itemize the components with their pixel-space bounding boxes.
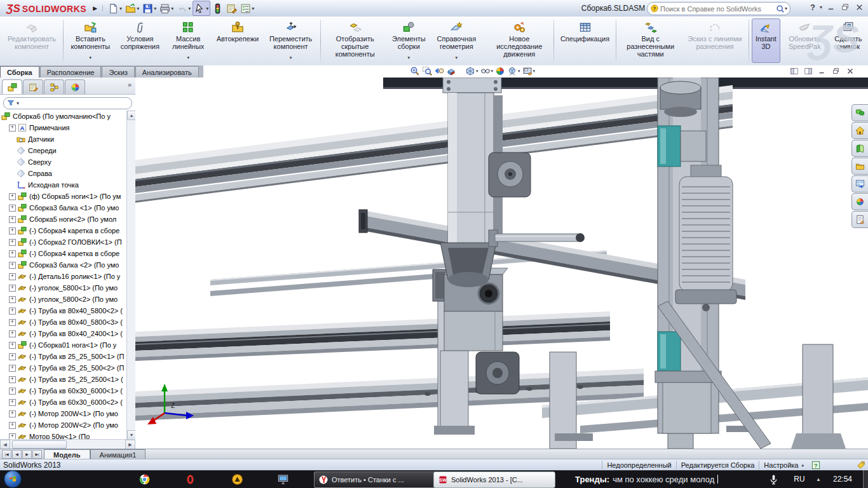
search-dropdown-icon[interactable]: ▾ [785, 6, 787, 11]
zoom-area-button[interactable] [422, 66, 432, 76]
show-hidden-components-button[interactable]: Отобразить скрытые компоненты [323, 18, 387, 63]
tree-item[interactable]: +(-) уголок_5800<1> (По умо [0, 282, 127, 294]
tab-sketch[interactable]: Эскиз [102, 66, 134, 78]
new-motion-study-button[interactable]: Новое исследование движения [487, 18, 551, 63]
instant-3d-button[interactable]: Instant 3D [752, 18, 780, 63]
tab-configuration-manager[interactable] [44, 79, 64, 94]
display-style-button[interactable]: ▾ [480, 66, 494, 76]
chevron-down-icon[interactable]: ▾ [171, 6, 173, 11]
linear-pattern-button[interactable]: Массив линейных ...▾ [165, 18, 212, 63]
tab-animation[interactable]: Анимация1 [90, 449, 146, 459]
tree-item[interactable]: Датчики [0, 133, 127, 145]
tree-item[interactable]: +(-) Труба кв 60x30_6000<1> ( [0, 385, 127, 396]
tree-item[interactable]: +(-) Труба кв 25_25_2500<1> ( [0, 374, 127, 385]
quick-tips-icon[interactable]: ? [811, 461, 820, 470]
mates-button[interactable]: Условия сопряжения [116, 18, 164, 63]
task-pane-tab-file-explorer[interactable] [851, 158, 868, 175]
model-upper-rail[interactable] [135, 85, 733, 203]
minimize-button[interactable] [827, 3, 836, 12]
tree-item[interactable]: +(-) Труба кв 80x40_5800<2> ( [0, 305, 127, 316]
tree-item[interactable]: Сверху [0, 156, 127, 168]
expand-toggle-icon[interactable]: + [9, 410, 16, 417]
tree-item[interactable]: +(-) Сборка01 нога<1> (По у [0, 339, 127, 351]
task-pane-tab-design-library[interactable] [851, 140, 868, 157]
status-item[interactable]: Настройка [764, 461, 798, 469]
taskbar-task-1[interactable]: Ответить • Станки с ... [314, 471, 438, 488]
expand-toggle-icon[interactable]: + [9, 308, 16, 315]
task-pane-tab-resources-home[interactable] [851, 122, 868, 139]
chevron-down-icon[interactable]: ▾ [518, 69, 520, 74]
task-pane-tab-view-palette[interactable] [851, 175, 868, 193]
tree-item[interactable]: +Сборка3 балка <1> (По умо [0, 202, 127, 214]
section-view-button[interactable] [446, 66, 456, 76]
tree-item[interactable]: +(-) Труба кв 60x30_6000<2> ( [0, 396, 127, 408]
expand-toggle-icon[interactable]: + [9, 319, 16, 326]
expand-toggle-icon[interactable]: + [9, 239, 16, 246]
tree-item[interactable]: +(-) Труба кв 25_25_500<2> (П [0, 362, 127, 374]
insert-components-button[interactable]: Вставить компоненты▾ [66, 18, 115, 63]
search-icon[interactable] [776, 4, 785, 13]
aimp-taskbar-icon[interactable] [230, 470, 244, 488]
expand-toggle-icon[interactable]: + [9, 193, 16, 200]
tree-vertical-scrollbar[interactable]: ▲ ▼ [126, 111, 135, 440]
pane-toggle-right-icon[interactable] [804, 67, 813, 76]
help-dropdown-icon[interactable]: ▾ [820, 4, 822, 10]
chevron-down-icon[interactable]: ▾ [456, 54, 458, 62]
expand-toggle-icon[interactable]: + [9, 227, 16, 234]
restore-button[interactable] [841, 3, 850, 12]
exploded-view-button[interactable]: Вид с разнесенными частями [619, 18, 682, 63]
scrollbar-thumb[interactable] [12, 440, 67, 449]
chevron-down-icon[interactable]: ▾ [491, 69, 494, 74]
expand-toggle-icon[interactable]: + [9, 422, 16, 429]
hide-show-items-button[interactable]: ▾ [522, 66, 536, 76]
microphone-icon[interactable] [766, 470, 780, 488]
tree-item[interactable]: +(-) Труба кв 25_25_500<1> (П [0, 351, 127, 362]
panel-overflow-chevron[interactable]: » [128, 81, 132, 88]
tree-item[interactable]: +(-) Мотор 200W<2> (По умо [0, 419, 127, 431]
tree-item[interactable]: +(-) Сборка2 ГОЛОВКИ<1> (П [0, 236, 127, 248]
new-document-button[interactable]: ▾ [107, 1, 123, 15]
expand-toggle-icon[interactable]: + [9, 330, 16, 337]
tree-item[interactable]: Сборка6 (По умолчанию<По у [0, 111, 127, 122]
tree-item[interactable]: Исходная точка [0, 179, 127, 191]
save-button[interactable]: ▾ [141, 1, 158, 15]
tree-item[interactable]: +Сборка5 ноги<2> (По умол [0, 214, 127, 225]
tree-item[interactable]: +(-) Мотор 200W<1> (По умо [0, 408, 127, 419]
model-canvas[interactable]: Z [135, 78, 868, 449]
tree-item[interactable]: +Мотор 50w<1> (По [0, 431, 127, 440]
chevron-down-icon[interactable]: ▾ [154, 6, 156, 11]
rebuild-traffic-light-button[interactable] [211, 1, 224, 15]
tree-item[interactable]: +(-) Труба кв 80x40_2400<1> ( [0, 328, 127, 339]
task-pane-tab-forum[interactable] [851, 104, 868, 121]
scroll-right-icon[interactable]: ▶ [125, 440, 135, 449]
view-orientation-button[interactable]: ▾ [465, 66, 478, 76]
tab-nav-icon[interactable]: ▶| [32, 450, 42, 459]
opera-taskbar-icon[interactable] [183, 470, 197, 488]
help-button[interactable]: ? [810, 3, 815, 12]
close-icon[interactable] [846, 67, 855, 76]
model-lower-carriage[interactable] [433, 268, 519, 435]
tree-horizontal-scrollbar[interactable]: ◀ ▶ [0, 439, 135, 449]
chevron-down-icon[interactable]: ▾ [206, 6, 208, 11]
model-mid-rail[interactable] [135, 311, 610, 361]
file-properties-button[interactable] [225, 1, 238, 15]
expand-toggle-icon[interactable]: + [9, 205, 16, 212]
restore-icon[interactable] [832, 67, 841, 76]
chevron-down-icon[interactable]: ▾ [137, 6, 139, 11]
print-button[interactable]: ▾ [158, 1, 175, 15]
expand-toggle-icon[interactable]: + [9, 262, 16, 269]
tree-item[interactable]: +(-) Сборка4 каретка в сборе [0, 225, 127, 236]
tab-nav-icon[interactable]: ▶ [22, 450, 32, 459]
bill-of-materials-button[interactable]: Спецификация [557, 18, 613, 63]
display-settings-taskbar-icon[interactable] [276, 470, 290, 488]
expand-toggle-icon[interactable]: + [9, 342, 16, 349]
graphics-viewport[interactable]: Z [135, 78, 868, 449]
tree-item[interactable]: Спереди [0, 145, 127, 156]
expand-toggle-icon[interactable]: + [9, 376, 16, 383]
tree-item[interactable]: +(ф) Сборка5 ноги<1> (По ум [0, 191, 127, 202]
chevron-down-icon[interactable]: ▾ [90, 54, 92, 62]
expand-toggle-icon[interactable]: + [9, 399, 16, 406]
tree-item[interactable]: +(-) Деталь16 ролик<1> (По у [0, 271, 127, 282]
chevron-down-icon[interactable]: ▾ [290, 54, 292, 62]
tree-item[interactable]: Справа [0, 168, 127, 179]
